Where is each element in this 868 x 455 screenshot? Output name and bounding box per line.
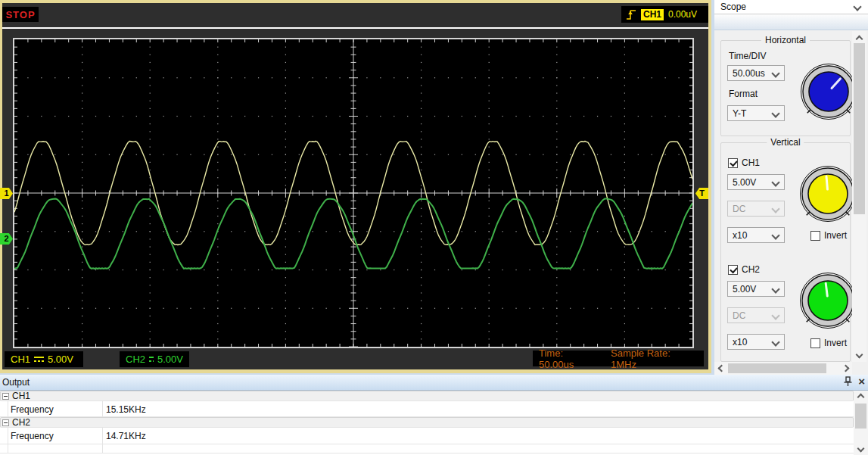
- ch1-invert-label: Invert: [824, 230, 847, 241]
- ch2-probe-value: x10: [733, 337, 747, 347]
- dc-coupling-icon: [34, 356, 44, 363]
- ch1-probe-value: x10: [733, 230, 747, 241]
- vertical-group: Vertical CH1 5.00V DC x10 Invert: [720, 142, 851, 362]
- scope-statusbar: CH1 5.00V CH2 5.00V Time: 50.00us Sample…: [2, 351, 708, 369]
- ch2-enable-label: CH2: [742, 264, 760, 275]
- output-item-value: 15.15KHz: [106, 404, 146, 415]
- ch1-volts-div-select[interactable]: 5.00V: [727, 174, 785, 190]
- ch2-status-label: CH2: [126, 354, 145, 365]
- toolbar-strip: [714, 14, 868, 30]
- horizontal-group: Horizontal Time/DIV 50.00us Format Y-T: [720, 40, 851, 136]
- waveform-plot: [14, 39, 692, 347]
- ch2-volts-per-div: 5.00V: [157, 354, 183, 365]
- output-vertical-scrollbar[interactable]: [854, 391, 868, 455]
- scroll-thumb[interactable]: [854, 43, 865, 214]
- ch2-invert-checkbox[interactable]: [810, 338, 820, 348]
- chevron-down-icon: [771, 285, 779, 293]
- scroll-left-button[interactable]: [714, 362, 726, 375]
- ch1-probe-select[interactable]: x10: [727, 227, 785, 243]
- sample-rate: Sample Rate: 1MHz: [611, 347, 698, 370]
- ch2-volts-div-select[interactable]: 5.00V: [727, 281, 785, 297]
- ch2-position-knob[interactable]: [798, 270, 858, 331]
- trigger-level-value: 0.00uV: [668, 9, 697, 20]
- output-rows: CH1 Frequency 15.15KHz CH2 Frequency 14.…: [0, 391, 854, 453]
- ch2-invert-label: Invert: [824, 338, 847, 348]
- output-empty-row: [0, 444, 854, 453]
- panel-selector-dropdown[interactable]: Scope: [714, 0, 868, 14]
- vertical-group-title: Vertical: [767, 137, 804, 148]
- chevron-down-icon: [771, 69, 779, 77]
- scope-window: STOP CH1 0.00uV 1 2 T CH1 5.00V CH2: [0, 0, 711, 373]
- ch2-probe-select[interactable]: x10: [727, 334, 785, 350]
- trigger-level-marker[interactable]: T: [695, 188, 708, 199]
- panel-horizontal-scrollbar[interactable]: [714, 362, 852, 375]
- chevron-down-icon: [771, 338, 779, 346]
- time-per-div: Time: 50.00us: [539, 347, 600, 370]
- ch2-enable-row: CH2: [728, 264, 760, 275]
- close-icon[interactable]: ×: [858, 376, 865, 387]
- collapse-glyph-icon[interactable]: [2, 393, 9, 400]
- format-label: Format: [729, 89, 758, 99]
- time-div-label: Time/DIV: [729, 51, 767, 61]
- ch1-invert-row: Invert: [810, 230, 847, 241]
- ch1-enable-row: CH1: [728, 157, 760, 168]
- titlebar-separator: [2, 27, 708, 29]
- horizontal-knob[interactable]: [798, 61, 859, 122]
- rising-edge-trigger-icon: [626, 8, 636, 21]
- ch1-position-knob[interactable]: [798, 164, 858, 224]
- scroll-up-button[interactable]: [854, 391, 868, 401]
- chevron-down-icon: [771, 231, 779, 239]
- chevron-down-icon: [771, 178, 779, 186]
- ch1-volts-per-div: 5.00V: [48, 354, 73, 365]
- scroll-up-button[interactable]: [852, 31, 866, 44]
- dc-coupling-icon: [149, 356, 154, 363]
- ch1-status-label: CH1: [11, 354, 30, 365]
- ch2-coupling-value: DC: [733, 310, 745, 321]
- output-item-name: Frequency: [11, 431, 54, 441]
- ch2-enable-checkbox[interactable]: [728, 265, 738, 275]
- chevron-down-icon: [853, 2, 861, 11]
- ch1-coupling-select: DC: [727, 201, 785, 217]
- scope-screen: [13, 38, 694, 348]
- ch1-volts-div-value: 5.00V: [733, 177, 756, 188]
- output-group-row-ch1: CH1: [0, 391, 854, 401]
- output-group-row-ch2: CH2: [0, 417, 854, 428]
- chevron-down-icon: [771, 204, 779, 213]
- auto-hide-pin-icon[interactable]: [843, 376, 853, 387]
- scroll-down-button[interactable]: [852, 349, 866, 362]
- panel-vertical-scrollbar[interactable]: [852, 31, 866, 362]
- scroll-down-button[interactable]: [854, 444, 868, 455]
- output-panel-header: Output ×: [0, 375, 868, 391]
- ch2-invert-row: Invert: [810, 338, 847, 348]
- trigger-source-badge: CH1: [641, 9, 664, 20]
- collapse-glyph-icon[interactable]: [2, 419, 9, 426]
- time-div-select[interactable]: 50.00us: [727, 65, 785, 81]
- output-item-row: Frequency 15.15KHz: [0, 401, 854, 417]
- output-item-value: 14.71KHz: [106, 431, 146, 441]
- ch2-status: CH2 5.00V: [120, 351, 189, 367]
- timebase-status: Time: 50.00us Sample Rate: 1MHz: [533, 351, 704, 366]
- ch1-status: CH1 5.00V: [5, 351, 83, 367]
- trigger-readout: CH1 0.00uV: [621, 6, 708, 23]
- ch2-volts-div-value: 5.00V: [733, 284, 756, 295]
- output-panel: Output × CH1 Frequency 15.15KHz: [0, 375, 868, 455]
- output-panel-title: Output: [2, 377, 30, 388]
- ch1-position-marker[interactable]: 1: [0, 188, 13, 199]
- run-state-indicator: STOP: [2, 7, 39, 22]
- ch2-position-marker[interactable]: 2: [0, 233, 13, 245]
- format-select[interactable]: Y-T: [727, 105, 785, 121]
- chevron-down-icon: [771, 109, 779, 117]
- scroll-thumb[interactable]: [728, 363, 826, 373]
- horizontal-group-title: Horizontal: [761, 35, 810, 45]
- output-group-label: CH1: [12, 391, 30, 401]
- chevron-down-icon: [771, 311, 779, 319]
- panel-selector-value: Scope: [720, 2, 746, 12]
- scroll-thumb[interactable]: [855, 404, 866, 429]
- scroll-right-button[interactable]: [841, 362, 852, 375]
- ch1-enable-checkbox[interactable]: [728, 158, 738, 168]
- ch1-invert-checkbox[interactable]: [810, 231, 820, 241]
- time-div-value: 50.00us: [733, 68, 765, 79]
- output-item-name: Frequency: [11, 404, 54, 415]
- ch1-enable-label: CH1: [742, 157, 760, 168]
- output-item-row: Frequency 14.71KHz: [0, 428, 854, 444]
